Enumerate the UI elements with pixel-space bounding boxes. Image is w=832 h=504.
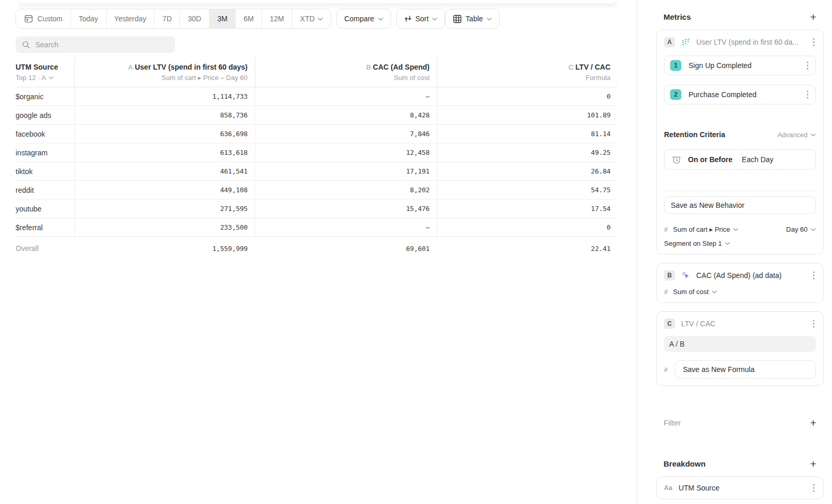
row-label[interactable]: tiktok [16,162,74,180]
cell-c[interactable]: 101.89 [437,106,618,124]
metric-card-c: C LTV / CAC A / B # Save as New Formula [656,311,824,386]
view-selector-table-button[interactable]: Table [445,9,499,29]
breakdown-item-utm-source[interactable]: Aa UTM Source [656,476,824,499]
table-row: facebook 636,698 7,846 81.14 [16,125,618,143]
kebab-menu-icon[interactable] [805,60,810,71]
cell-b[interactable]: 12,458 [255,143,437,162]
cell-a[interactable]: 271,595 [74,200,255,218]
step-name: Purchase Completed [688,90,805,99]
column-header-a[interactable]: AUser LTV (spend in first 60 days) Sum o… [74,57,255,87]
cell-a[interactable]: 636,698 [74,125,255,143]
date-range-3m-selected[interactable]: 3M [209,9,235,28]
cell-b[interactable]: – [255,218,437,236]
search-icon [22,41,30,49]
add-breakdown-button[interactable]: + [810,458,816,469]
date-range-yesterday[interactable]: Yesterday [106,9,154,28]
retention-condition-row[interactable]: On or Before Each Day [664,149,816,170]
row-label[interactable]: facebook [16,125,74,143]
metric-a-title-row[interactable]: A User LTV (spend in first 60 da... [664,37,816,47]
day-window-dropdown[interactable]: Day 60 [786,226,816,233]
funnel-step-2[interactable]: 2 Purchase Completed [664,85,816,104]
app-root: Custom Today Yesterday 7D 30D 3M 6M 12M … [0,0,832,504]
metric-b-title-row[interactable]: B CAC (Ad Spend) (ad data) [664,270,816,281]
cell-b[interactable]: 8,428 [255,106,437,124]
date-range-custom[interactable]: Custom [16,9,70,28]
column-header-c[interactable]: CLTV / CAC Formula [437,57,618,87]
step-name: Sign Up Completed [688,61,805,70]
column-header-utm-source[interactable]: UTM Source Top 12 · A [16,57,74,87]
overall-c: 22.41 [437,237,618,260]
cell-a[interactable]: 613,618 [74,143,255,162]
cell-c[interactable]: 49.25 [437,143,618,162]
formula-save-row: # Save as New Formula [664,360,816,379]
date-range-30d[interactable]: 30D [179,9,209,28]
cell-b[interactable]: 17,191 [255,162,437,180]
segment-step-dropdown[interactable]: Segment on Step 1 [664,240,730,247]
date-range-today[interactable]: Today [70,9,106,28]
measure-dropdown[interactable]: Sum of cost [673,288,717,296]
search-box[interactable] [16,36,175,53]
main-panel: Custom Today Yesterday 7D 30D 3M 6M 12M … [0,0,636,504]
cell-b[interactable]: 8,202 [255,181,437,199]
chevron-down-icon [378,18,383,21]
overall-a: 1,559,999 [74,237,255,260]
row-label[interactable]: $referral [16,218,74,236]
cell-b[interactable]: 15,476 [255,200,437,218]
metric-c-title-row[interactable]: C LTV / CAC [664,319,816,329]
formula-input[interactable]: A / B [664,336,816,352]
breakdown-section-header: Breakdown + [656,458,824,476]
kebab-menu-icon[interactable] [812,37,816,47]
cell-c[interactable]: 0 [437,218,618,236]
funnel-step-1[interactable]: 1 Sign Up Completed [664,56,816,75]
row-label[interactable]: google ads [16,106,74,124]
cell-a[interactable]: 233,500 [74,218,255,236]
save-as-new-formula-button[interactable]: Save as New Formula [675,360,816,379]
retention-mode-dropdown[interactable]: Advanced [777,131,816,139]
cell-b[interactable]: 7,846 [255,125,437,143]
cell-a[interactable]: 858,736 [74,106,255,124]
metric-a-name: User LTV (spend in first 60 da... [696,38,812,46]
kebab-menu-icon[interactable] [812,319,816,329]
search-input[interactable] [35,41,169,49]
date-range-xtd[interactable]: XTD [292,9,331,28]
kebab-menu-icon[interactable] [805,89,810,100]
row-label[interactable]: $organic [16,87,74,105]
measure-property-dropdown[interactable]: Sum of cart ▸ Price [673,226,738,233]
metric-b-name: CAC (Ad Spend) (ad data) [696,271,812,280]
kebab-menu-icon[interactable] [812,270,816,281]
row-label[interactable]: instagram [16,143,74,162]
date-range-6m[interactable]: 6M [235,9,261,28]
cell-a[interactable]: 449,108 [74,181,255,199]
date-range-7d[interactable]: 7D [154,9,179,28]
top-n-dropdown[interactable]: Top 12 · A [16,74,67,82]
add-filter-button[interactable]: + [810,417,816,428]
cell-c[interactable]: 17.54 [437,200,618,218]
filter-title: Filter [664,418,681,427]
cell-c[interactable]: 81.14 [437,125,618,143]
number-type-icon: # [664,226,668,233]
row-label[interactable]: reddit [16,181,74,199]
cell-b[interactable]: – [255,87,437,105]
cell-a[interactable]: 461,541 [74,162,255,180]
date-range-label: Custom [37,15,62,23]
cell-c[interactable]: 26.84 [437,162,618,180]
kebab-menu-icon[interactable] [812,483,816,493]
filter-section-header: Filter + [656,406,824,435]
add-metric-button[interactable]: + [810,11,816,22]
date-range-12m[interactable]: 12M [262,9,292,28]
breakdown-title: Breakdown [664,459,706,468]
overall-label: Overall [16,237,74,260]
sort-button[interactable]: Sort [396,9,446,29]
metric-card-b: B CAC (Ad Spend) (ad data) # [656,263,824,303]
column-header-b[interactable]: BCAC (Ad Spend) Sum of cost [255,57,437,87]
cell-a[interactable]: 1,114,733 [74,87,255,105]
table-row: tiktok 461,541 17,191 26.84 [16,162,618,181]
table-row: google ads 858,736 8,428 101.89 [16,106,618,125]
toolbar: Custom Today Yesterday 7D 30D 3M 6M 12M … [16,9,618,29]
save-as-new-behavior-button[interactable]: Save as New Behavior [664,196,816,214]
cell-c[interactable]: 0 [437,87,618,105]
chevron-down-icon [712,290,717,294]
compare-button[interactable]: Compare [336,9,391,29]
cell-c[interactable]: 54.75 [437,181,618,199]
row-label[interactable]: youtube [16,200,74,218]
